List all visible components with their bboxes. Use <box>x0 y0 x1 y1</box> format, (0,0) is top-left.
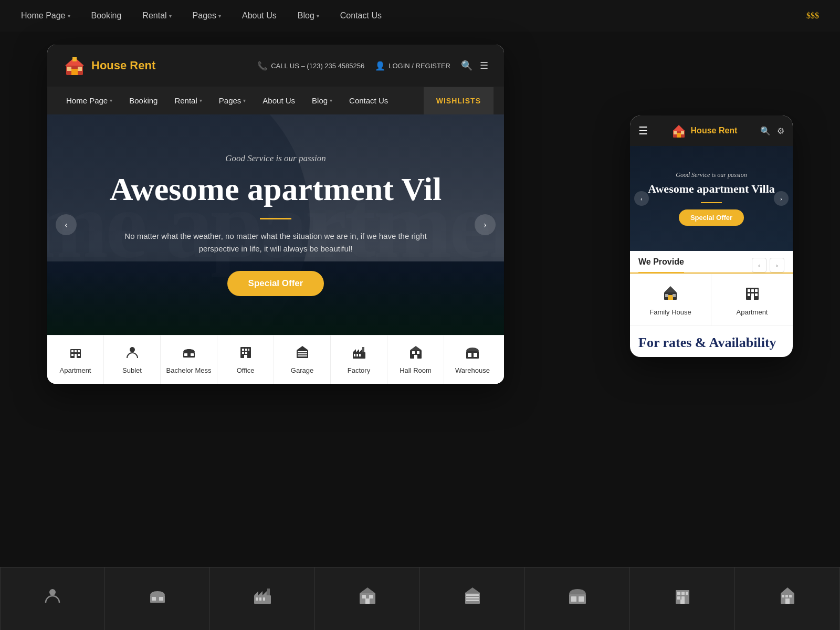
bottom-bachelor-mess-icon <box>148 586 167 609</box>
svg-rect-41 <box>417 351 419 354</box>
bottom-cat-apartment[interactable] <box>630 568 735 630</box>
mobile-filter-icon[interactable]: ⚙ <box>777 126 784 136</box>
svg-rect-75 <box>267 589 270 595</box>
cat-apartment[interactable]: Apartment <box>47 335 104 384</box>
svg-rect-10 <box>71 354 74 356</box>
svg-rect-90 <box>677 592 680 595</box>
bottom-cat-factory[interactable] <box>210 568 315 630</box>
top-nav-contact[interactable]: Contact Us <box>340 11 382 20</box>
mobile-hero-prev-button[interactable]: ‹ <box>634 191 649 206</box>
nav-about[interactable]: About Us <box>254 87 303 114</box>
svg-marker-32 <box>356 349 359 352</box>
svg-rect-54 <box>665 294 668 297</box>
bottom-cat-bachelor-mess[interactable] <box>105 568 210 630</box>
header-login-button[interactable]: 👤 LOGIN / REGISTER <box>375 61 450 71</box>
bottom-cat-sublet[interactable] <box>0 568 105 630</box>
provide-apartment[interactable]: Apartment <box>711 274 793 326</box>
nav-contact[interactable]: Contact Us <box>341 87 396 114</box>
nav-booking[interactable]: Booking <box>121 87 166 114</box>
svg-rect-98 <box>782 595 784 597</box>
mobile-header: ☰ House Rent 🔍 ⚙ <box>630 116 793 146</box>
top-nav-blog[interactable]: Blog ▾ <box>298 11 319 20</box>
cat-hall-room-label: Hall Room <box>400 366 432 374</box>
svg-rect-72 <box>256 597 258 601</box>
mobile-menu-icon[interactable]: ☰ <box>638 124 648 137</box>
card-header: House Rent 📞 CALL US – (123) 235 4585256… <box>47 45 504 87</box>
provide-apartment-label: Apartment <box>737 308 768 316</box>
svg-rect-48 <box>677 133 681 138</box>
top-nav-booking[interactable]: Booking <box>91 11 122 20</box>
we-provide-next[interactable]: › <box>770 258 784 272</box>
mobile-hero-cta-button[interactable]: Special Offer <box>679 209 744 226</box>
top-nav-logo: $$$ <box>806 11 819 20</box>
svg-point-14 <box>130 347 135 352</box>
svg-rect-78 <box>362 595 366 598</box>
bottom-cat-office[interactable] <box>735 568 840 630</box>
bottom-factory-icon <box>253 586 272 609</box>
svg-rect-62 <box>755 293 758 296</box>
office-icon <box>238 345 253 363</box>
bottom-cat-hall-room[interactable] <box>315 568 420 630</box>
nav-home[interactable]: Home Page ▾ <box>58 87 121 114</box>
cat-sublet[interactable]: Sublet <box>104 335 161 384</box>
search-icon[interactable]: 🔍 <box>461 60 472 71</box>
svg-rect-9 <box>78 350 80 352</box>
nav-pages[interactable]: Pages ▾ <box>211 87 255 114</box>
card-logo: House Rent <box>63 54 155 77</box>
cat-hall-room[interactable]: Hall Room <box>387 335 444 384</box>
nav-blog[interactable]: Blog ▾ <box>303 87 341 114</box>
bottom-cat-garage[interactable] <box>420 568 525 630</box>
provide-family-house[interactable]: Family House <box>630 274 711 326</box>
svg-rect-36 <box>359 354 361 356</box>
svg-marker-52 <box>664 286 677 292</box>
provide-family-house-label: Family House <box>649 308 691 316</box>
svg-rect-58 <box>751 289 754 292</box>
cat-warehouse[interactable]: Warehouse <box>444 335 501 384</box>
mobile-hero-subtitle: Good Service is our passion <box>676 171 747 179</box>
we-provide-prev[interactable]: ‹ <box>752 258 766 272</box>
top-nav-rental[interactable]: Rental ▾ <box>142 11 171 20</box>
hero-subtitle: Good Service is our passion <box>225 153 326 164</box>
we-provide-title: We Provide <box>638 257 684 274</box>
svg-rect-19 <box>242 349 244 351</box>
bottom-cat-warehouse[interactable] <box>525 568 630 630</box>
svg-rect-45 <box>474 353 477 357</box>
svg-rect-7 <box>71 350 74 352</box>
svg-rect-29 <box>298 355 307 356</box>
mobile-search-icon[interactable]: 🔍 <box>760 126 771 136</box>
svg-rect-4 <box>78 67 82 71</box>
svg-rect-93 <box>677 596 680 600</box>
svg-rect-63 <box>751 296 754 300</box>
svg-rect-17 <box>191 353 194 356</box>
svg-rect-20 <box>245 349 247 351</box>
nav-rental[interactable]: Rental ▾ <box>166 87 210 114</box>
factory-icon <box>352 345 366 363</box>
bottom-apartment-icon <box>673 586 692 609</box>
svg-rect-100 <box>789 595 792 597</box>
svg-rect-60 <box>748 293 750 296</box>
cat-bachelor-mess[interactable]: Bachelor Mess <box>161 335 217 384</box>
top-nav-home[interactable]: Home Page ▾ <box>21 11 70 20</box>
mobile-hero-next-button[interactable]: › <box>774 191 789 206</box>
top-nav-about[interactable]: About Us <box>242 11 277 20</box>
top-nav-pages[interactable]: Pages ▾ <box>193 11 221 20</box>
cat-office[interactable]: Office <box>217 335 274 384</box>
hero-divider <box>260 218 291 219</box>
cat-garage[interactable]: Garage <box>274 335 331 384</box>
nav-wishlist-button[interactable]: WISHLISTS <box>424 87 494 114</box>
for-rates-section: For rates & Availability <box>630 326 793 357</box>
hero-cta-button[interactable]: Special Offer <box>227 271 324 296</box>
mobile-brand-name: House Rent <box>691 126 738 135</box>
menu-icon[interactable]: ☰ <box>480 60 488 71</box>
svg-rect-87 <box>571 596 576 602</box>
mobile-hero-bg <box>630 146 793 251</box>
hero-prev-button[interactable]: ‹ <box>56 214 77 235</box>
svg-rect-74 <box>263 597 265 601</box>
cat-factory[interactable]: Factory <box>331 335 387 384</box>
mobile-house-icon <box>671 123 687 139</box>
svg-rect-66 <box>152 597 156 601</box>
hero-next-button[interactable]: › <box>475 214 496 235</box>
we-provide-section: We Provide ‹ › Family House Apartment <box>630 251 793 326</box>
bottom-garage-icon <box>463 586 482 609</box>
mobile-card: ☰ House Rent 🔍 ⚙ Good Service is our pas… <box>630 116 793 357</box>
